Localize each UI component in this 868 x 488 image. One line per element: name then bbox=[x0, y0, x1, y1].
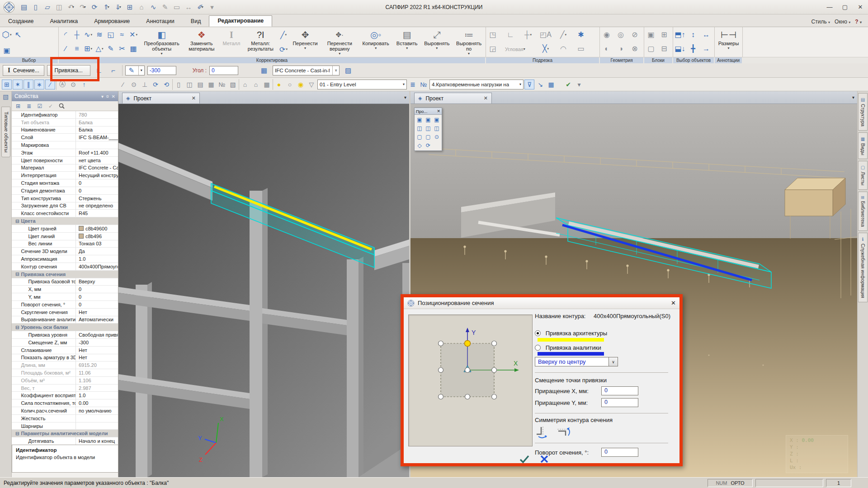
save-icon[interactable]: ◫ bbox=[54, 2, 65, 13]
dy-input[interactable]: 0 bbox=[601, 398, 638, 407]
property-row[interactable]: ⊟Маркировка bbox=[12, 141, 118, 149]
toolbar-more-icon[interactable]: ▾ bbox=[574, 80, 584, 89]
building-icon[interactable]: ⌂ bbox=[240, 80, 250, 89]
dimensions-button[interactable]: ⊢⊣ Размеры ▾ bbox=[716, 28, 741, 56]
palette-copy2-icon[interactable]: ▣ bbox=[424, 116, 432, 124]
property-row[interactable]: ⊟Привязка базовой точ... Вверху bbox=[12, 278, 118, 286]
palette-box2-icon[interactable]: ◫ bbox=[424, 124, 432, 132]
select-cross-icon[interactable]: ╋ bbox=[688, 42, 698, 55]
snap-line-icon[interactable]: ∥ bbox=[24, 80, 33, 89]
mirror-icon[interactable]: △▾ bbox=[94, 42, 105, 55]
property-row[interactable]: ⊟Привязка сечения bbox=[12, 271, 118, 278]
viewport-right-tab[interactable]: ◈ Проект ✕ bbox=[414, 93, 492, 103]
perpendicular-icon[interactable]: ⊥ bbox=[140, 80, 150, 89]
palette-frame-icon[interactable]: ◇ bbox=[415, 141, 424, 150]
property-row[interactable]: ⊟Стадия монтажа 0 bbox=[12, 179, 118, 187]
property-row[interactable]: ⊟Сечение 3D модели Да bbox=[12, 248, 118, 255]
roof-trim-icon[interactable]: ◠ bbox=[558, 42, 569, 55]
typical-objects-icon[interactable]: ▧ bbox=[1, 93, 11, 103]
scissors-icon[interactable]: ✂ bbox=[117, 42, 127, 55]
lock-icon[interactable]: ⊙ bbox=[68, 80, 78, 89]
ribbon-tab[interactable]: Создание bbox=[0, 16, 42, 27]
align-edge-icon[interactable]: ≡ bbox=[71, 42, 82, 55]
trim-settings-icon[interactable]: ✱ bbox=[576, 28, 586, 41]
property-row[interactable]: ⊟Контур сечения 400x400Прямоугольн... bbox=[12, 263, 118, 271]
minimize-button[interactable]: — bbox=[822, 1, 837, 13]
maximize-button[interactable]: ▢ bbox=[837, 1, 853, 13]
property-row[interactable]: ⊟Этаж Roof +11.400 bbox=[12, 149, 118, 157]
property-row[interactable]: ⊟Наименование Балка bbox=[12, 127, 118, 134]
property-row[interactable]: ⊟Тип конструктива Стержень bbox=[12, 195, 118, 202]
open-file-icon[interactable]: ▱ bbox=[42, 2, 53, 13]
extend-up-icon[interactable]: ◳ bbox=[487, 28, 498, 41]
block-add-icon[interactable]: ⊞ bbox=[659, 28, 670, 41]
palette-rotate-icon[interactable]: ⟳ bbox=[424, 141, 432, 150]
select-below-icon[interactable]: ⬓↓ bbox=[675, 42, 685, 55]
tab-list-icon[interactable]: ▾ bbox=[852, 95, 854, 100]
ribbon-tab[interactable]: Редактирование bbox=[209, 15, 272, 27]
sheet-copy-icon[interactable]: ◫ bbox=[184, 80, 194, 89]
corner-anchor-icon[interactable]: ∟ bbox=[93, 66, 105, 74]
anchor-handle-selected[interactable] bbox=[465, 341, 471, 347]
select-horizontal-icon[interactable]: ↔ bbox=[701, 28, 712, 41]
level-combo[interactable]: 01 - Entry Level▾ bbox=[317, 80, 407, 89]
draw-line-icon[interactable]: ╱▾ bbox=[278, 28, 289, 41]
check-model-icon[interactable]: ✔ bbox=[563, 80, 573, 89]
property-row[interactable]: ⊟Дотягивать Начало и конец bbox=[12, 437, 118, 445]
section-preview[interactable]: Y X bbox=[408, 314, 533, 446]
property-row[interactable]: ⊟Слой IFC S-BEAM-_____-OTLN bbox=[12, 134, 118, 141]
pen-style-combo[interactable]: ✎▾ bbox=[125, 66, 145, 75]
close-button[interactable]: ✕ bbox=[853, 1, 868, 13]
hatch-icon[interactable]: ▨ bbox=[342, 66, 354, 75]
lamp-sheet-icon[interactable]: ◉ bbox=[296, 80, 306, 89]
property-row[interactable]: ⊟Площадь боковая, м² 11.06 bbox=[12, 369, 118, 377]
annotation-note-icon[interactable]: ✎ bbox=[160, 2, 170, 13]
help-icon[interactable]: ? ▾ bbox=[855, 19, 862, 25]
property-row[interactable]: ⊟Вес, т 2.987 bbox=[12, 385, 118, 392]
sheet-off-icon[interactable]: ▧ bbox=[228, 80, 238, 89]
tab-close-icon[interactable]: ✕ bbox=[484, 95, 488, 101]
dx-input[interactable]: 0 bbox=[601, 386, 638, 395]
property-row[interactable]: ⊟Привязка уровня Свободная привязка bbox=[12, 331, 118, 339]
anchor-button[interactable]: Привязка... bbox=[47, 65, 90, 76]
collapse-icon[interactable]: ⊟ bbox=[15, 272, 19, 277]
offset-input[interactable]: -300 bbox=[147, 66, 176, 75]
property-row[interactable]: ⊟Сглаживание Нет bbox=[12, 347, 118, 354]
lamp-on-icon[interactable]: ● bbox=[274, 80, 284, 89]
rotate-ccw-icon[interactable]: ⟲ bbox=[161, 80, 171, 89]
bool-slice-icon[interactable]: ⊘ bbox=[629, 28, 640, 41]
corner-rotate-icon[interactable]: ⌐ bbox=[108, 66, 119, 74]
property-row[interactable]: ⊟Стадия демонтажа 0 bbox=[12, 187, 118, 195]
trim-annotate-icon[interactable]: ◰A bbox=[540, 28, 551, 41]
select-vertical-icon[interactable]: ↕ bbox=[688, 28, 698, 41]
property-row[interactable]: ⊟Цвет граней c8b49600 bbox=[12, 225, 118, 233]
panel-menu-icon[interactable]: ▾ bbox=[101, 94, 104, 99]
eyedropper-icon[interactable]: ✎ bbox=[105, 42, 116, 55]
replace-materials-button[interactable]: ❖ Заменить материалы bbox=[184, 28, 218, 56]
property-row[interactable]: ⊟Смещение Z, мм -300 bbox=[12, 339, 118, 347]
rotation-input[interactable]: 0 bbox=[601, 448, 638, 457]
radio-analytics-icon[interactable] bbox=[535, 345, 541, 351]
table-icon[interactable]: ▦ bbox=[262, 80, 272, 89]
building-green-icon[interactable]: ⌂ bbox=[251, 80, 261, 89]
move-vertex-button[interactable]: ✥· Перенести вершину ▾ bbox=[321, 28, 358, 56]
panel-close-icon[interactable]: ✕ bbox=[112, 94, 115, 99]
palette-titlebar[interactable]: Про... ✕ bbox=[415, 108, 442, 115]
property-row[interactable]: ⊟Выравнивание аналитич... Автоматически bbox=[12, 316, 118, 324]
cancel-button[interactable] bbox=[540, 455, 549, 464]
delete-icon[interactable]: ✕▾ bbox=[128, 28, 139, 41]
property-row[interactable]: ⊟Объём, м³ 1.106 bbox=[12, 377, 118, 385]
snap-node-icon[interactable]: ∗ bbox=[34, 80, 44, 89]
cut-line-icon[interactable]: ∕ bbox=[60, 42, 71, 55]
bool-intersect-icon[interactable]: ◐ bbox=[601, 42, 612, 55]
undo-button[interactable]: ↶▾ bbox=[66, 2, 76, 13]
box-trim-icon[interactable]: ▭ bbox=[576, 42, 586, 55]
property-row[interactable]: ⊟Вес линии Тонкая 03 bbox=[12, 240, 118, 248]
app-logo-icon[interactable] bbox=[0, 0, 18, 14]
ok-button[interactable] bbox=[519, 455, 530, 464]
tab-list-icon[interactable]: ▾ bbox=[404, 95, 406, 100]
property-row[interactable]: ⊟X, мм 0 bbox=[12, 286, 118, 293]
matrix-icon[interactable]: ▦ bbox=[128, 42, 139, 55]
ribbon-tab[interactable]: Вид bbox=[183, 16, 209, 27]
lock-objects-icon[interactable]: Ⓐ bbox=[57, 80, 67, 89]
